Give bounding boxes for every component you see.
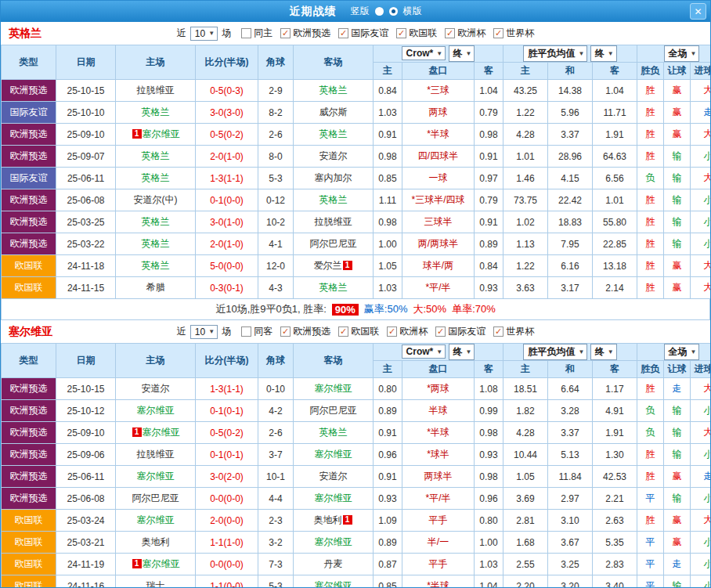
avg-draw-odds: 2.97 <box>548 488 593 510</box>
match-row: 欧洲预选25-09-101塞尔维亚0-5(0-2)2-6英格兰0.91*半球0.… <box>2 124 711 146</box>
score: 3-0(2-0) <box>196 466 258 488</box>
filter-checkbox[interactable]: ✓ <box>396 28 406 38</box>
filter-option[interactable]: ✓欧国联 <box>396 27 437 40</box>
result-outcome: 负 <box>637 400 664 422</box>
home-team: 英格兰 <box>116 255 196 277</box>
filter-option[interactable]: ✓世界杯 <box>493 27 534 40</box>
filter-checkbox-label[interactable]: 欧洲杯 <box>399 325 428 338</box>
odds-final-select[interactable]: 终▼ <box>449 344 475 360</box>
col-handicap: 盘口 <box>402 361 475 378</box>
vertical-layout-label[interactable]: 竖版 <box>351 5 370 18</box>
avg-draw-odds: 7.95 <box>548 233 593 255</box>
filter-option[interactable]: ✓欧洲杯 <box>387 325 428 338</box>
filter-checkbox[interactable]: ✓ <box>387 326 397 337</box>
away-team: 英格兰 <box>294 422 374 444</box>
filter-checkbox[interactable]: ✓ <box>280 326 291 337</box>
handicap-home-odds: 0.84 <box>374 80 402 102</box>
filter-option[interactable]: ✓欧洲预选 <box>280 27 330 40</box>
score: 0-5(0-2) <box>196 124 258 146</box>
filter-option[interactable]: ✓欧国联 <box>338 325 379 338</box>
avg-win-odds: 1.22 <box>503 102 548 124</box>
filter-checkbox[interactable] <box>241 28 251 38</box>
odds-final-value: 终 <box>453 345 463 359</box>
filter-checkbox-label[interactable]: 欧洲杯 <box>457 27 485 40</box>
competition-type: 欧洲预选 <box>2 400 56 422</box>
competition-type: 欧国联 <box>2 554 56 575</box>
filter-option[interactable]: ✓世界杯 <box>493 325 534 338</box>
filter-checkbox[interactable]: ✓ <box>445 28 455 38</box>
avg-win-odds: 2.81 <box>503 510 548 532</box>
match-row: 欧洲预选25-09-101塞尔维亚0-5(0-2)2-6英格兰0.91*半球0.… <box>2 422 711 444</box>
away-team: 塞内加尔 <box>294 168 374 189</box>
match-count-select[interactable]: 10▼ <box>190 325 218 339</box>
filter-checkbox-label[interactable]: 欧洲预选 <box>293 27 330 40</box>
home-team: 拉脱维亚 <box>116 80 196 102</box>
match-date: 25-06-11 <box>56 466 116 488</box>
england-filter-bar: 英格兰 近 10▼ 场 同主✓欧洲预选✓国际友谊✓欧国联✓欧洲杯✓世界杯 <box>1 22 710 45</box>
serbia-filter-bar: 塞尔维亚 近 10▼ 场 同客✓欧洲预选✓欧国联✓欧洲杯✓国际友谊✓世界杯 <box>1 320 710 343</box>
handicap-home-odds: 0.98 <box>374 211 402 233</box>
filter-option[interactable]: 同主 <box>241 27 272 40</box>
score: 0-0(0-0) <box>196 554 258 575</box>
bookmaker-select[interactable]: Crow*▼ <box>402 46 446 60</box>
filter-option[interactable]: ✓国际友谊 <box>338 27 388 40</box>
result-outcome: 胜 <box>637 211 664 233</box>
horizontal-layout-label[interactable]: 横版 <box>403 5 422 18</box>
filter-checkbox-label[interactable]: 欧国联 <box>351 325 379 338</box>
scope-select[interactable]: 全场▼ <box>664 344 700 360</box>
result-goals: 小 <box>691 233 711 255</box>
wdl-average-select[interactable]: 胜平负均值▼ <box>523 344 587 360</box>
result-handicap: 输 <box>664 189 691 211</box>
score: 0-1(0-1) <box>196 400 258 422</box>
filter-checkbox-label[interactable]: 同客 <box>254 325 272 338</box>
filter-checkbox-label[interactable]: 国际友谊 <box>351 27 388 40</box>
result-goals: 小 <box>691 575 711 588</box>
handicap-home-odds: 0.85 <box>374 575 402 588</box>
result-goals: 走 <box>691 466 711 488</box>
scope-select[interactable]: 全场▼ <box>664 45 700 62</box>
filter-checkbox[interactable] <box>241 326 251 337</box>
filter-checkbox[interactable]: ✓ <box>338 28 348 38</box>
col-score: 比分(半场) <box>196 45 258 80</box>
avg-final-select[interactable]: 终▼ <box>590 344 617 360</box>
filter-checkbox[interactable]: ✓ <box>493 28 503 38</box>
filter-option[interactable]: 同客 <box>241 325 272 338</box>
filter-checkbox-label[interactable]: 世界杯 <box>506 325 534 338</box>
filter-checkbox-label[interactable]: 欧洲预选 <box>293 325 330 338</box>
vertical-layout-radio[interactable] <box>375 7 384 16</box>
filter-option[interactable]: ✓欧洲预选 <box>280 325 330 338</box>
filter-checkbox[interactable]: ✓ <box>493 326 503 337</box>
filter-option[interactable]: ✓国际友谊 <box>435 325 485 338</box>
match-row: 欧国联25-03-21奥地利1-1(1-0)3-2塞尔维亚0.89半/一1.00… <box>2 532 711 554</box>
filter-checkbox[interactable]: ✓ <box>338 326 348 337</box>
odds-final-select[interactable]: 终▼ <box>449 45 475 62</box>
home-team: 瑞士 <box>116 575 196 588</box>
filter-checkbox-label[interactable]: 世界杯 <box>506 27 534 40</box>
score: 1-1(0-0) <box>196 575 258 588</box>
handicap-line: 半/一 <box>402 532 475 554</box>
filter-checkbox[interactable]: ✓ <box>280 28 291 38</box>
match-count-select[interactable]: 10▼ <box>190 27 218 41</box>
avg-draw-odds: 3.37 <box>548 124 593 146</box>
filter-checkbox-label[interactable]: 同主 <box>254 27 272 40</box>
filter-checkbox[interactable]: ✓ <box>435 326 446 337</box>
home-team: 英格兰 <box>116 233 196 255</box>
chevron-down-icon: ▼ <box>691 348 697 355</box>
filter-checkbox-label[interactable]: 欧国联 <box>409 27 437 40</box>
avg-draw-odds: 3.67 <box>548 532 593 554</box>
corner-score: 12-0 <box>258 255 294 277</box>
close-button[interactable]: ✕ <box>690 3 706 20</box>
avg-final-select[interactable]: 终▼ <box>590 45 617 62</box>
filter-option[interactable]: ✓欧洲杯 <box>445 27 485 40</box>
wdl-average-select[interactable]: 胜平负均值▼ <box>523 45 587 62</box>
result-outcome: 胜 <box>637 124 664 146</box>
filter-checkbox-label[interactable]: 国际友谊 <box>448 325 485 338</box>
col-odds-home: 主 <box>374 361 402 378</box>
bookmaker-select[interactable]: Crow*▼ <box>402 345 446 359</box>
handicap-line: 三球半 <box>402 211 475 233</box>
chevron-down-icon: ▼ <box>466 348 472 355</box>
horizontal-layout-radio[interactable] <box>389 7 398 16</box>
match-date: 25-03-24 <box>56 510 116 532</box>
home-team: 英格兰 <box>116 168 196 189</box>
score: 0-1(0-0) <box>196 189 258 211</box>
